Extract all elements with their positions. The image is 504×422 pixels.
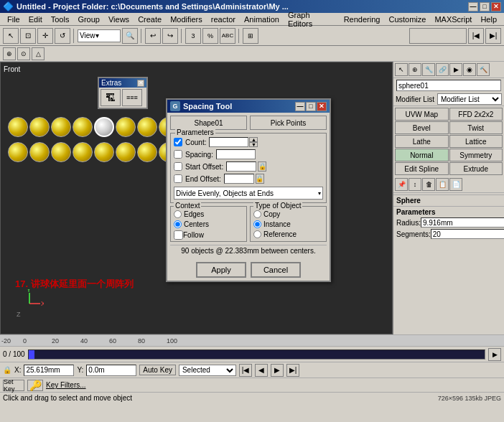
spacing-checkbox[interactable] <box>174 150 182 159</box>
undo-btn[interactable]: ↩ <box>145 28 161 44</box>
x-input[interactable] <box>24 365 74 376</box>
menu-file[interactable]: File <box>3 14 24 24</box>
start-offset-checkbox[interactable] <box>174 162 182 171</box>
rp-hierarchy-btn[interactable]: 🔗 <box>436 63 449 76</box>
normal-btn[interactable]: Normal <box>395 149 449 161</box>
rp-modify-btn[interactable]: 🔧 <box>422 63 435 76</box>
rp-create-btn[interactable]: ⊕ <box>409 63 421 76</box>
zoom-btn[interactable]: 🔍 <box>122 28 138 44</box>
spacing-input[interactable]: 22.383mm <box>216 149 256 159</box>
playback-prev-btn[interactable]: ◀ <box>255 364 268 377</box>
close-button[interactable]: ✕ <box>491 2 501 11</box>
copy-radio[interactable] <box>253 210 261 218</box>
instance-radio[interactable] <box>253 220 261 228</box>
move-tool-btn[interactable]: ✛ <box>37 28 53 44</box>
divide-evenly-dropdown[interactable]: Divide Evenly, Objects at Ends ▾ <box>174 187 323 200</box>
count-down-btn[interactable]: ▼ <box>249 142 258 147</box>
rp-motion-btn[interactable]: ▶ <box>449 63 462 76</box>
segments-input[interactable] <box>431 229 504 239</box>
menu-create[interactable]: Create <box>134 14 166 24</box>
menu-help[interactable]: Help <box>476 14 501 24</box>
rp-display-btn[interactable]: ◉ <box>463 63 476 76</box>
rp-utility-btn[interactable]: 🔨 <box>477 63 490 76</box>
centers-radio[interactable] <box>174 220 182 228</box>
menu-maxscript[interactable]: MAXScript <box>430 14 476 24</box>
extrude-btn[interactable]: Extrude <box>449 162 503 175</box>
uvw-map-btn[interactable]: UVW Map <box>395 108 449 121</box>
count-input[interactable]: 90 <box>209 137 248 147</box>
lathe-btn[interactable]: Lathe <box>395 135 449 148</box>
count-checkbox[interactable] <box>174 138 182 146</box>
rp-arrow-btn[interactable]: ↖ <box>395 63 408 76</box>
playback-next-btn[interactable]: ▶| <box>286 364 299 377</box>
start-lock-icon[interactable]: 🔒 <box>258 161 266 172</box>
pick-points-btn[interactable]: Pick Points <box>250 116 327 130</box>
extra-btn2[interactable]: ▶| <box>485 28 501 44</box>
object-name-input[interactable] <box>396 80 501 91</box>
extras-icon-1[interactable]: 🏗 <box>101 89 121 106</box>
extras-icon-2[interactable]: ≡≡≡ <box>122 89 142 106</box>
radius-input[interactable] <box>421 217 504 228</box>
rotate-tool-btn[interactable]: ↺ <box>55 28 70 44</box>
cancel-btn[interactable]: Cancel <box>251 262 301 278</box>
symmetry-btn[interactable]: Symmetry <box>449 149 503 161</box>
maximize-button[interactable]: □ <box>480 2 490 11</box>
end-lock-icon[interactable]: 🔒 <box>256 174 264 184</box>
minimize-button[interactable]: — <box>468 2 478 11</box>
y-input[interactable] <box>86 365 136 376</box>
menu-modifiers[interactable]: Modifiers <box>166 14 207 24</box>
abc-btn[interactable]: ABC <box>220 28 235 44</box>
tb2-btn2[interactable]: ⊙ <box>17 47 30 60</box>
dialog-close-btn[interactable]: ✕ <box>317 102 327 111</box>
follow-checkbox[interactable] <box>174 230 183 240</box>
end-offset-checkbox[interactable] <box>174 174 182 183</box>
tb2-btn3[interactable]: △ <box>32 47 45 60</box>
menu-customize[interactable]: Customize <box>384 14 430 24</box>
key-icon-btn[interactable]: 🔑 <box>27 380 43 391</box>
snap-btn[interactable]: ⊞ <box>243 28 258 44</box>
menu-rendering[interactable]: Rendering <box>340 14 385 24</box>
playback-start-btn[interactable]: |◀ <box>239 364 252 377</box>
view-dropdown[interactable]: View▾ <box>78 29 121 42</box>
playback-play-btn[interactable]: ▶ <box>271 364 284 377</box>
menu-group[interactable]: Group <box>73 14 104 24</box>
redo-btn[interactable]: ↪ <box>162 28 178 44</box>
rp-move-stack-btn[interactable]: ↕ <box>409 178 421 191</box>
lattice-btn[interactable]: Lattice <box>449 135 503 148</box>
rp-pin-btn[interactable]: 📌 <box>395 178 408 191</box>
timeline-track[interactable] <box>28 350 485 360</box>
start-offset-input[interactable] <box>226 161 256 172</box>
count-up-btn[interactable]: ▲ <box>249 137 258 142</box>
shape-btn[interactable]: Shape01 <box>170 116 247 130</box>
end-offset-input[interactable] <box>224 174 254 184</box>
bevel-btn[interactable]: Bevel <box>395 121 449 134</box>
modifier-dropdown[interactable]: Modifier List <box>437 93 502 105</box>
menu-tools[interactable]: Tools <box>47 14 74 24</box>
select-region-btn[interactable]: ⊡ <box>20 28 36 44</box>
dialog-minimize-btn[interactable]: — <box>295 102 305 111</box>
key-filters-btn[interactable]: Key Filters... <box>46 381 86 389</box>
menu-edit[interactable]: Edit <box>24 14 47 24</box>
ffd-btn[interactable]: FFD 2x2x2 <box>449 108 503 121</box>
edges-radio[interactable] <box>174 210 182 218</box>
rp-paste-mod-btn[interactable]: 📄 <box>449 178 462 191</box>
menu-reactor[interactable]: reactor <box>207 14 240 24</box>
percent-btn[interactable]: % <box>202 28 218 44</box>
menu-graph-editors[interactable]: Graph Editors <box>284 10 340 29</box>
rp-copy-mod-btn[interactable]: 📋 <box>436 178 449 191</box>
reference-radio[interactable] <box>253 230 261 238</box>
select-tool-btn[interactable]: ↖ <box>3 28 19 44</box>
extra-btn1[interactable]: |◀ <box>468 28 484 44</box>
extras-close-btn[interactable]: ✕ <box>137 80 144 87</box>
apply-btn[interactable]: Apply <box>196 262 246 278</box>
tb2-btn1[interactable]: ⊕ <box>3 47 16 60</box>
play-btn[interactable]: ▶ <box>488 348 501 361</box>
twist-btn[interactable]: Twist <box>449 121 503 134</box>
menu-animation[interactable]: Animation <box>240 14 284 24</box>
set-key-btn[interactable]: Set Key <box>3 380 24 391</box>
num-3-btn[interactable]: 3 <box>185 28 201 44</box>
rp-delete-mod-btn[interactable]: 🗑 <box>422 178 435 191</box>
dialog-maximize-btn[interactable]: □ <box>306 102 316 111</box>
menu-views[interactable]: Views <box>104 14 134 24</box>
selected-dropdown[interactable]: Selected <box>179 365 236 376</box>
